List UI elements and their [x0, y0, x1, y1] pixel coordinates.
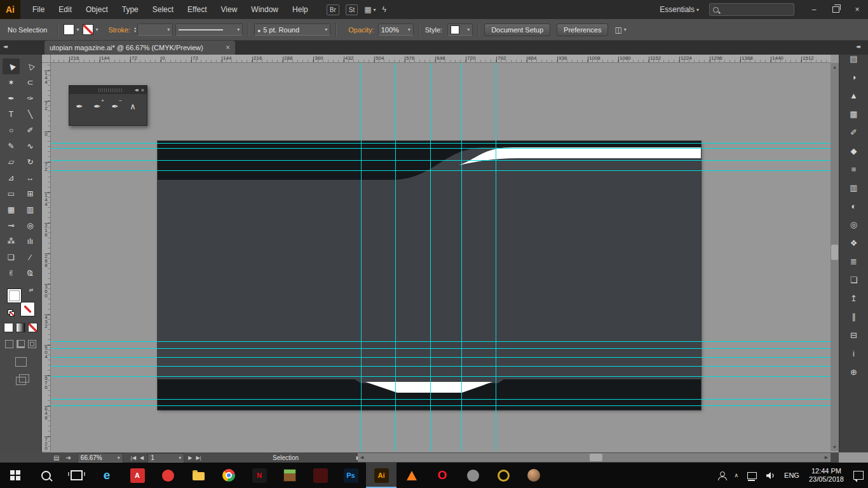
horizontal-scroll-track[interactable]: [366, 453, 822, 462]
hidden-icons-chevron[interactable]: ∧: [730, 463, 743, 488]
pen-tool[interactable]: ✒: [3, 90, 20, 106]
gradient-button[interactable]: [16, 323, 25, 332]
swap-fill-stroke-icon[interactable]: ⇄: [29, 287, 34, 293]
stroke-color-swatch[interactable]: [20, 302, 35, 316]
tearoff-header[interactable]: ◂◂ ×: [69, 86, 147, 94]
restore-button[interactable]: [825, 0, 846, 19]
color-button[interactable]: [4, 323, 13, 332]
guide[interactable]: [51, 160, 831, 161]
game-dark[interactable]: [305, 463, 336, 488]
gpu-performance-icon[interactable]: ϟ: [383, 5, 386, 14]
ellipse-tool[interactable]: ○: [3, 122, 20, 138]
panel-info-icon[interactable]: i: [839, 344, 868, 363]
clock[interactable]: 12:44 PM 23/05/2018: [804, 463, 849, 488]
app-gray[interactable]: [458, 463, 488, 488]
vertical-ruler[interactable]: 14472072144216288360432504576648720: [42, 63, 51, 451]
guide[interactable]: [51, 399, 831, 400]
guide[interactable]: [395, 63, 396, 451]
stroke-width-stepper[interactable]: ▴▾: [134, 27, 136, 33]
panel-gradient-icon[interactable]: ▥: [839, 179, 868, 197]
eyedropper-tool[interactable]: ⊸: [3, 217, 20, 233]
brush-select[interactable]: ●5 pt. Round: [254, 24, 330, 36]
mesh-tool[interactable]: ▦: [3, 201, 20, 217]
panel-collapse-icon[interactable]: ◂◂: [135, 87, 137, 93]
fill-color-swatch[interactable]: [7, 288, 22, 303]
preferences-button[interactable]: Preferences: [557, 24, 608, 36]
draw-inside-button[interactable]: [28, 340, 36, 348]
close-button[interactable]: ×: [846, 0, 868, 19]
align-options-icon[interactable]: ◫: [614, 25, 626, 34]
type-tool[interactable]: T: [3, 106, 20, 122]
shaper-tool[interactable]: ∿: [22, 138, 39, 154]
magic-wand-tool[interactable]: ✶: [3, 74, 20, 90]
menu-help[interactable]: Help: [285, 0, 315, 19]
app-logo-icon[interactable]: Ai: [0, 0, 20, 19]
guide[interactable]: [430, 63, 431, 451]
acrobat-reader[interactable]: A: [122, 463, 153, 488]
symbol-sprayer-tool[interactable]: ⁂: [3, 233, 20, 249]
pencil-tool[interactable]: ✎: [3, 138, 20, 154]
screen-mode-button[interactable]: [15, 357, 27, 367]
user-avatar[interactable]: [519, 463, 549, 488]
chrome-browser[interactable]: [214, 463, 244, 488]
stroke-width-select[interactable]: [137, 24, 173, 36]
style-select[interactable]: [447, 24, 473, 36]
guide[interactable]: [51, 357, 831, 358]
panel-swatches-icon[interactable]: ▦: [839, 105, 868, 123]
scroll-up-icon[interactable]: ▲: [831, 63, 839, 71]
menu-edit[interactable]: Edit: [51, 0, 79, 19]
guide[interactable]: [496, 63, 496, 451]
canvas-viewport[interactable]: ◂◂ × ✒✒+✒−∧: [51, 63, 831, 451]
panel-appearance-icon[interactable]: ◎: [839, 215, 868, 234]
horizontal-scroll-thumb[interactable]: [590, 454, 602, 461]
menu-view[interactable]: View: [214, 0, 245, 19]
panel-navigator-icon[interactable]: ⊕: [839, 363, 868, 381]
guide[interactable]: [461, 63, 462, 451]
opacity-select[interactable]: 100%: [378, 24, 414, 36]
tab-close-icon[interactable]: ×: [220, 43, 230, 52]
search-input[interactable]: [722, 5, 782, 14]
fill-color-select[interactable]: [64, 24, 79, 35]
menu-window[interactable]: Window: [244, 0, 285, 19]
selection-tool[interactable]: ▶: [3, 58, 20, 74]
panel-close-icon[interactable]: ×: [141, 87, 144, 93]
artboard-tool[interactable]: ❏: [3, 249, 20, 265]
vertical-scrollbar[interactable]: ▲ ▼: [831, 63, 839, 451]
dock-collapse-icon[interactable]: ◂◂: [856, 43, 859, 50]
blend-tool[interactable]: ◎: [22, 217, 39, 233]
search-box[interactable]: [709, 3, 794, 16]
zoom-level-select[interactable]: 66.67%: [78, 453, 123, 463]
panel-color-icon[interactable]: ◑: [839, 68, 868, 86]
rotate-tool[interactable]: ↻: [22, 154, 39, 170]
start-button[interactable]: [0, 463, 31, 488]
menu-select[interactable]: Select: [146, 0, 180, 19]
volume-button[interactable]: [761, 463, 780, 488]
app-gold[interactable]: [488, 463, 519, 488]
scroll-right-icon[interactable]: ▶: [822, 455, 831, 460]
pen-tool-tearoff[interactable]: ✒: [73, 98, 86, 114]
panel-brushes-icon[interactable]: ✐: [839, 123, 868, 142]
horizontal-scrollbar[interactable]: ◀ ▶: [358, 453, 831, 462]
add-anchor-point-tool[interactable]: ✒+: [91, 98, 104, 114]
stock-button[interactable]: St: [346, 4, 358, 15]
stroke-link[interactable]: Stroke:: [108, 26, 130, 34]
paintbrush-tool[interactable]: ✐: [22, 122, 39, 138]
task-view-button[interactable]: [61, 463, 92, 488]
change-screen-mode-icon[interactable]: [16, 377, 26, 385]
panel-transparency-icon[interactable]: ◐: [839, 197, 868, 215]
ruler-corner[interactable]: [42, 55, 51, 63]
none-button[interactable]: [28, 323, 37, 332]
line-segment-tool[interactable]: ╲: [22, 106, 39, 122]
toolbar-collapse-icon[interactable]: ◂◂: [3, 43, 6, 50]
guide[interactable]: [51, 366, 831, 367]
menu-effect[interactable]: Effect: [180, 0, 214, 19]
netflix[interactable]: N: [244, 463, 275, 488]
perspective-grid-tool[interactable]: ⊞: [22, 186, 39, 201]
illustrator[interactable]: Ai: [366, 463, 397, 488]
menu-file[interactable]: File: [25, 0, 51, 19]
guide[interactable]: [51, 348, 831, 349]
default-fill-stroke-icon[interactable]: [8, 309, 15, 316]
panel-symbols-icon[interactable]: ◆: [839, 142, 868, 160]
action-center-button[interactable]: [849, 463, 868, 488]
menu-object[interactable]: Object: [79, 0, 115, 19]
